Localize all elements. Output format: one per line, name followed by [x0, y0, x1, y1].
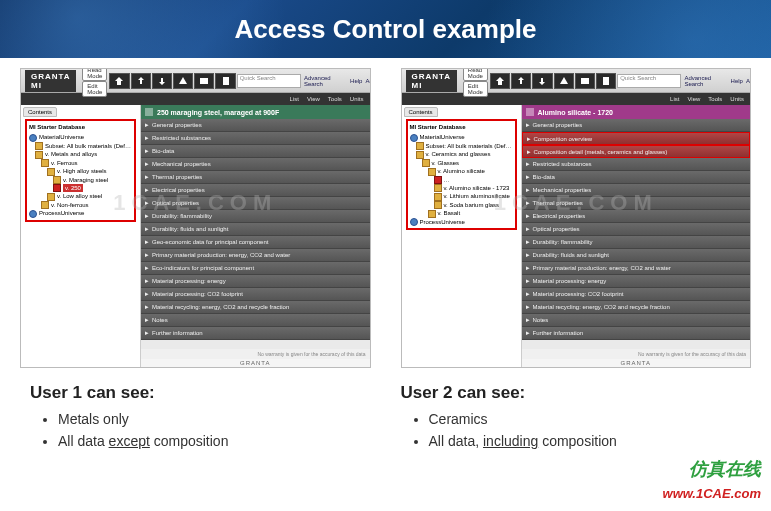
admin-link[interactable]: Admin [746, 78, 751, 84]
section-row[interactable]: ▸Notes [141, 314, 370, 327]
section-row[interactable]: ▸Primary material production: energy, CO… [141, 249, 370, 262]
edit-mode-button[interactable]: Edit Mode [463, 81, 488, 97]
tree-node[interactable]: ProcessUniverse [29, 209, 132, 217]
quick-search-input[interactable]: Quick Search [617, 74, 681, 88]
section-row[interactable]: ▸General properties [141, 119, 370, 132]
home-icon[interactable] [490, 73, 510, 89]
section-row[interactable]: ▸Notes [522, 314, 751, 327]
section-label: Primary material production: energy, CO2… [533, 265, 671, 271]
substitutes-icon[interactable] [575, 73, 595, 89]
section-row[interactable]: ▸Bio-data [522, 171, 751, 184]
tree-node[interactable]: v. Ceramics and glasses [410, 150, 513, 158]
section-row[interactable]: ▸Thermal properties [522, 197, 751, 210]
section-row[interactable]: ▸Eco-indicators for principal component [141, 262, 370, 275]
edit-mode-button[interactable]: Edit Mode [82, 81, 107, 97]
section-row[interactable]: ▸Material processing: CO2 footprint [522, 288, 751, 301]
section-row[interactable]: ▸Composition overview [522, 132, 751, 145]
reports-icon[interactable] [215, 73, 235, 89]
import-icon[interactable] [131, 73, 151, 89]
read-mode-button[interactable]: Read Mode [463, 68, 488, 81]
section-row[interactable]: ▸Electrical properties [522, 210, 751, 223]
subbar-tools[interactable]: Tools [328, 96, 342, 102]
sidebar-tab-contents[interactable]: Contents [404, 107, 438, 117]
tree-node[interactable]: v. Maraging steel [29, 176, 132, 184]
folder-icon [416, 151, 424, 159]
quick-search-input[interactable]: Quick Search [237, 74, 301, 88]
tree-node[interactable]: v. Alumino silicate - 1723 [410, 184, 513, 192]
subbar-list[interactable]: List [290, 96, 299, 102]
import-icon[interactable] [511, 73, 531, 89]
advanced-search-link[interactable]: Advanced Search [304, 75, 347, 87]
section-row[interactable]: ▸Primary material production: energy, CO… [522, 262, 751, 275]
chevron-right-icon: ▸ [145, 212, 149, 220]
subbar-units[interactable]: Units [350, 96, 364, 102]
section-row[interactable]: ▸Durability: fluids and sunlight [141, 223, 370, 236]
section-row[interactable]: ▸Material recycling: energy, CO2 and rec… [522, 301, 751, 314]
tree-node[interactable]: Subset: All bulk materials (Default) [410, 142, 513, 150]
section-label: Material processing: CO2 footprint [152, 291, 243, 297]
tree-node[interactable]: v. High alloy steels [29, 167, 132, 175]
section-row[interactable]: ▸Thermal properties [141, 171, 370, 184]
optimize-icon[interactable] [532, 73, 552, 89]
subbar-list[interactable]: List [670, 96, 679, 102]
section-row[interactable]: ▸Material recycling: energy, CO2 and rec… [141, 301, 370, 314]
section-row[interactable]: ▸Material processing: energy [522, 275, 751, 288]
globe-icon [410, 218, 418, 226]
tree-node[interactable]: v. Alumino silicate - 1720 [410, 176, 513, 184]
section-row[interactable]: ▸Restricted substances [141, 132, 370, 145]
chevron-right-icon: ▸ [526, 121, 530, 129]
tree-node[interactable]: Subset: All bulk materials (Default) [29, 142, 132, 150]
tree-node[interactable]: v. Metals and alloys [29, 150, 132, 158]
section-row[interactable]: ▸Geo-economic data for principal compone… [141, 236, 370, 249]
section-row[interactable]: ▸Composition detail (metals, ceramics an… [522, 145, 751, 158]
home-icon[interactable] [109, 73, 129, 89]
tree-node[interactable]: v. Low alloy steel [29, 192, 132, 200]
subbar-units[interactable]: Units [730, 96, 744, 102]
section-row[interactable]: ▸Material processing: CO2 footprint [141, 288, 370, 301]
tree-node[interactable]: v. Soda barium glass [410, 201, 513, 209]
substitute-icon[interactable] [554, 73, 574, 89]
sidebar-tab-contents[interactable]: Contents [23, 107, 57, 117]
section-row[interactable]: ▸Bio-data [141, 145, 370, 158]
chevron-right-icon: ▸ [526, 212, 530, 220]
tree-node[interactable]: v. Lithium aluminosilicate [410, 192, 513, 200]
tree-node[interactable]: MaterialUniverse [29, 133, 132, 141]
optimize-icon[interactable] [152, 73, 172, 89]
section-row[interactable]: ▸Further information [522, 327, 751, 340]
section-row[interactable]: ▸Optical properties [141, 197, 370, 210]
substitutes-icon[interactable] [194, 73, 214, 89]
section-row[interactable]: ▸Durability: flammability [522, 236, 751, 249]
tree-node[interactable]: MaterialUniverse [410, 133, 513, 141]
tree-node[interactable]: v. Glasses [410, 159, 513, 167]
section-row[interactable]: ▸Mechanical properties [522, 184, 751, 197]
help-link[interactable]: Help [350, 78, 362, 84]
subbar-view[interactable]: View [307, 96, 320, 102]
section-row[interactable]: ▸Optical properties [522, 223, 751, 236]
tree-node-label: v. Non-ferrous [51, 202, 89, 208]
section-row[interactable]: ▸Restricted substances [522, 158, 751, 171]
tree-node[interactable]: v. Alumino silicate [410, 167, 513, 175]
section-row[interactable]: ▸Durability: flammability [141, 210, 370, 223]
section-row[interactable]: ▸Mechanical properties [141, 158, 370, 171]
section-label: Durability: fluids and sunlight [533, 252, 609, 258]
read-mode-button[interactable]: Read Mode [82, 68, 107, 81]
sub-bar: List View Tools Units [402, 93, 751, 105]
tree-node[interactable]: ProcessUniverse [410, 218, 513, 226]
tree-node[interactable]: v. Basalt [410, 209, 513, 217]
subbar-tools[interactable]: Tools [708, 96, 722, 102]
advanced-search-link[interactable]: Advanced Search [684, 75, 727, 87]
tree-node[interactable]: v. Non-ferrous [29, 201, 132, 209]
tree-user2: MI Starter Database MaterialUniverseSubs… [406, 119, 517, 230]
section-row[interactable]: ▸Electrical properties [141, 184, 370, 197]
substitute-icon[interactable] [173, 73, 193, 89]
section-row[interactable]: ▸Material processing: energy [141, 275, 370, 288]
reports-icon[interactable] [596, 73, 616, 89]
tree-node[interactable]: v. 250 [29, 184, 132, 192]
help-link[interactable]: Help [731, 78, 743, 84]
section-row[interactable]: ▸General properties [522, 119, 751, 132]
admin-link[interactable]: Admin [365, 78, 370, 84]
section-row[interactable]: ▸Further information [141, 327, 370, 340]
tree-node[interactable]: v. Ferrous [29, 159, 132, 167]
subbar-view[interactable]: View [687, 96, 700, 102]
section-row[interactable]: ▸Durability: fluids and sunlight [522, 249, 751, 262]
